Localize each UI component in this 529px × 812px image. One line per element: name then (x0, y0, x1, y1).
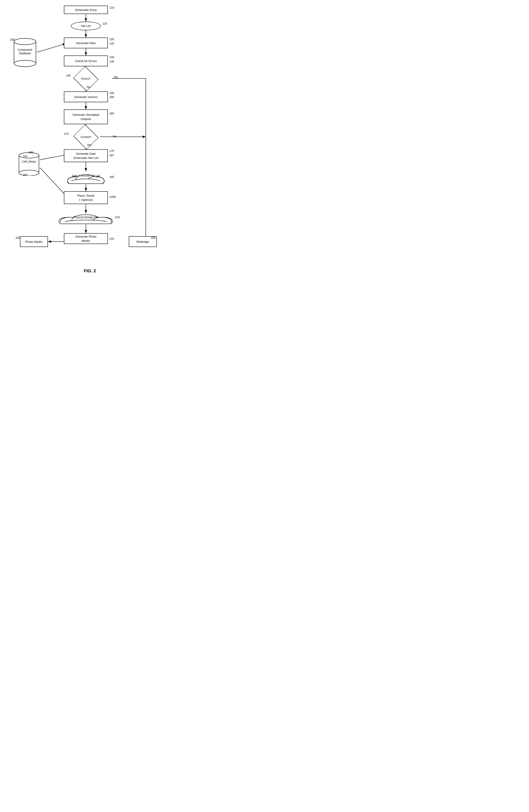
generate-vectors-label: Generate Vectors (74, 95, 98, 99)
svg-point-25 (14, 38, 36, 45)
net-list-label: Net List (81, 24, 90, 28)
gate-netlist-cloud-svg (64, 171, 108, 184)
generate-gate-box: Generate Gate Schematic Net List (64, 149, 108, 162)
schematic-entry-label: Schematic Entry (75, 8, 97, 12)
generate-gate-label: Generate Gate Schematic Net List (73, 151, 98, 160)
ref-120: 120 (110, 38, 114, 41)
ref-140: 140 (110, 56, 114, 59)
svg-line-3 (37, 44, 66, 52)
redesign-label: Redesign (137, 240, 149, 243)
fig-label: FIG. 2 (84, 269, 96, 274)
svg-line-19 (40, 155, 67, 160)
net-list-oval: Net List (71, 21, 101, 30)
ref-210: 210 (115, 216, 119, 219)
photo-masks-box: Photo Masks (20, 236, 48, 247)
component-database-label: Component Database (13, 48, 37, 55)
ref-130: 130 (10, 38, 15, 41)
diagram-container: Schematic Entry 110 Net List 115 Compone… (0, 0, 180, 276)
ref-115: 115 (102, 22, 107, 25)
generate-files-box: Generate Files (64, 38, 108, 48)
generate-photo-masks-label: Generate Photo Masks (75, 234, 97, 243)
svg-line-20 (40, 168, 67, 197)
ref-220: 220 (16, 236, 20, 240)
errors-yes-label: Yes (113, 75, 118, 79)
ref-1205: 1205 (110, 195, 116, 199)
ref-165: 165 (110, 112, 114, 115)
ref-215: 215 (110, 237, 114, 241)
photo-masks-label: Photo Masks (25, 240, 43, 243)
correct-no-label: No (113, 135, 116, 138)
ref-180: 180 (28, 151, 33, 154)
errors-no-label: No (87, 85, 90, 89)
ref-110: 110 (110, 6, 114, 9)
errors-label: Errors? (81, 77, 90, 80)
schematic-entry-box: Schematic Entry (64, 5, 108, 14)
ref-175: 175 (110, 149, 114, 153)
ref-160: 160 (110, 96, 114, 99)
ref-200: 200 (23, 173, 27, 176)
ref-155: 155 (110, 91, 114, 95)
place-route-box: Place, Route + Optimize (64, 191, 108, 204)
svg-point-26 (14, 60, 36, 67)
ref-100: 100 (23, 155, 27, 158)
cell-library-svg (18, 152, 40, 176)
ref-150: 150 (151, 236, 155, 240)
physical-design-label: Physical Design File (58, 216, 114, 219)
generate-simulated-box: Generate Simulated Outputs (64, 110, 108, 124)
check-errors-box: Check for Errors (64, 56, 108, 66)
place-route-label: Place, Route + Optimize (77, 193, 95, 202)
cell-library-label: Cell Library (18, 160, 40, 163)
errors-diamond: Errors? (73, 73, 99, 84)
correct-diamond: Correct? (73, 132, 99, 142)
ref-185: 185 (110, 175, 114, 178)
generate-vectors-box: Generate Vectors (64, 91, 108, 102)
gate-netlist-label: Gate Schematic Net List (64, 174, 108, 177)
correct-label: Correct? (81, 135, 91, 139)
ref-145: 145 (66, 74, 71, 77)
generate-photo-masks-box: Generate Photo Masks (64, 233, 108, 244)
ref-187: 187 (110, 154, 114, 157)
ref-125: 125 (110, 42, 114, 45)
ref-135: 135 (110, 60, 114, 63)
generate-simulated-label: Generate Simulated Outputs (72, 113, 99, 121)
svg-point-29 (19, 170, 39, 176)
generate-files-label: Generate Files (76, 41, 96, 45)
ref-170: 170 (64, 132, 69, 135)
correct-yes-label: Yes (87, 143, 91, 147)
check-errors-label: Check for Errors (75, 59, 97, 63)
